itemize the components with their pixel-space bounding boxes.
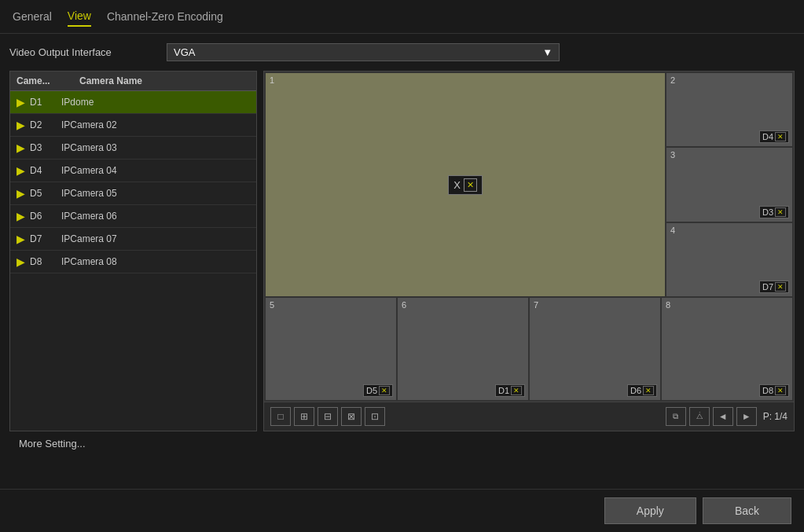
layout-single-icon: □ xyxy=(277,411,283,422)
main-cam-close[interactable]: ✕ xyxy=(464,178,477,192)
grid-container: 1 X ✕ 2 D4 ✕ xyxy=(264,72,794,402)
middle-section: Came... Camera Name ▶ D1 IPdome ▶ D2 IPC… xyxy=(9,71,795,431)
cam-close-d6[interactable]: ✕ xyxy=(643,386,654,395)
grid-cell-2[interactable]: 2 D4 ✕ xyxy=(666,73,792,146)
camera-icon-d2: ▶ xyxy=(17,119,25,131)
copy-layout-btn[interactable]: ⧉ xyxy=(666,407,686,426)
main-cam-tag[interactable]: X ✕ xyxy=(448,175,483,195)
paste-layout-btn[interactable]: ⧊ xyxy=(689,407,710,426)
cam-close-d1[interactable]: ✕ xyxy=(511,386,522,395)
chevron-down-icon: ▼ xyxy=(542,46,553,58)
camera-item-d1[interactable]: ▶ D1 IPdome xyxy=(10,91,256,114)
preview-area: 1 X ✕ 2 D4 ✕ xyxy=(263,71,795,431)
layout-8-btn[interactable]: ⊠ xyxy=(341,407,362,426)
cam-id-d2: D2 xyxy=(30,119,61,130)
cam-name-d4: IPCamera 04 xyxy=(61,165,117,176)
cam-id-d7: D7 xyxy=(30,233,61,244)
cell-number-3: 3 xyxy=(670,150,675,160)
prev-page-icon: ◄ xyxy=(718,411,728,422)
cam-tag-label-d1: D1 xyxy=(498,386,509,395)
output-value: VGA xyxy=(174,46,195,58)
camera-item-d8[interactable]: ▶ D8 IPCamera 08 xyxy=(10,251,256,273)
cam-tag-d8[interactable]: D8 ✕ xyxy=(759,384,789,397)
bottom-row: 5 D5 ✕ 6 D1 ✕ xyxy=(266,298,792,400)
cam-tag-d6[interactable]: D6 ✕ xyxy=(627,384,657,397)
cam-tag-label-d3: D3 xyxy=(762,207,773,217)
layout-4-icon: ⊞ xyxy=(300,411,308,422)
cell-number-4: 4 xyxy=(670,226,675,235)
layout-6-icon: ⊟ xyxy=(324,411,332,422)
cam-tag-d7[interactable]: D7 ✕ xyxy=(759,281,789,293)
camera-icon-d4: ▶ xyxy=(17,164,25,177)
cam-close-d8[interactable]: ✕ xyxy=(775,386,786,395)
layout-single-btn[interactable]: □ xyxy=(270,407,291,426)
cell-number-6: 6 xyxy=(402,300,406,310)
main-cam-label: X xyxy=(453,179,461,191)
grid-cell-7[interactable]: 7 D6 ✕ xyxy=(530,298,660,400)
cell-number-2: 2 xyxy=(670,75,675,85)
camera-icon-d8: ▶ xyxy=(17,255,25,268)
grid-toolbar: □ ⊞ ⊟ ⊠ ⊡ ⧉ ⧊ xyxy=(264,402,794,431)
cam-id-d4: D4 xyxy=(30,165,61,176)
prev-page-btn[interactable]: ◄ xyxy=(713,407,733,426)
grid-cell-6[interactable]: 6 D1 ✕ xyxy=(398,298,528,400)
output-select[interactable]: VGA ▼ xyxy=(167,43,560,61)
cam-close-d5[interactable]: ✕ xyxy=(379,386,390,395)
page-info: P: 1/4 xyxy=(763,411,787,422)
layout-8-icon: ⊠ xyxy=(347,411,355,422)
cam-id-d5: D5 xyxy=(30,188,61,199)
camera-item-d3[interactable]: ▶ D3 IPCamera 03 xyxy=(10,137,256,160)
grid-cell-5[interactable]: 5 D5 ✕ xyxy=(266,298,396,400)
cell-number-1: 1 xyxy=(270,75,274,85)
cam-tag-label-d6: D6 xyxy=(630,386,641,395)
cam-close-d3[interactable]: ✕ xyxy=(775,207,786,217)
cell-number-5: 5 xyxy=(270,300,274,310)
layout-9-btn[interactable]: ⊡ xyxy=(365,407,385,426)
cam-name-d7: IPCamera 07 xyxy=(61,233,117,244)
output-row: Video Output Interface VGA ▼ xyxy=(9,40,795,64)
cam-name-d6: IPCamera 06 xyxy=(61,211,117,222)
paste-layout-icon: ⧊ xyxy=(696,412,703,421)
camera-icon-d6: ▶ xyxy=(17,210,25,222)
cam-tag-label-d8: D8 xyxy=(762,386,773,395)
grid-cell-main[interactable]: 1 X ✕ xyxy=(266,73,665,296)
cam-close-d7[interactable]: ✕ xyxy=(775,282,786,292)
video-grid: 1 X ✕ 2 D4 ✕ xyxy=(264,72,794,402)
cam-tag-label-d7: D7 xyxy=(762,282,773,292)
cam-tag-d3[interactable]: D3 ✕ xyxy=(759,206,789,218)
main-content: Video Output Interface VGA ▼ Came... Cam… xyxy=(0,34,804,462)
camera-item-d6[interactable]: ▶ D6 IPCamera 06 xyxy=(10,205,256,228)
nav-general[interactable]: General xyxy=(13,7,52,26)
camera-icon-d5: ▶ xyxy=(17,187,25,200)
cam-id-d3: D3 xyxy=(30,142,61,153)
more-settings[interactable]: More Setting... xyxy=(9,431,795,456)
apply-button[interactable]: Apply xyxy=(604,497,696,524)
grid-cell-4[interactable]: 4 D7 ✕ xyxy=(666,223,792,296)
grid-cell-3[interactable]: 3 D3 ✕ xyxy=(666,148,792,221)
cam-tag-d4[interactable]: D4 ✕ xyxy=(759,130,789,143)
next-page-btn[interactable]: ► xyxy=(736,407,757,426)
cam-tag-d5[interactable]: D5 ✕ xyxy=(363,384,393,397)
nav-channel-zero[interactable]: Channel-Zero Encoding xyxy=(107,7,223,26)
nav-view[interactable]: View xyxy=(68,6,91,27)
camera-item-d2[interactable]: ▶ D2 IPCamera 02 xyxy=(10,114,256,137)
cam-tag-label-d5: D5 xyxy=(366,386,377,395)
camera-list-header: Came... Camera Name xyxy=(10,72,256,91)
cam-tag-d1[interactable]: D1 ✕ xyxy=(495,384,525,397)
camera-item-d4[interactable]: ▶ D4 IPCamera 04 xyxy=(10,160,256,182)
cam-name-d2: IPCamera 02 xyxy=(61,119,117,130)
cell-number-7: 7 xyxy=(534,300,538,310)
camera-list: Came... Camera Name ▶ D1 IPdome ▶ D2 IPC… xyxy=(9,71,257,431)
back-button[interactable]: Back xyxy=(703,497,791,524)
cam-name-d8: IPCamera 08 xyxy=(61,256,117,267)
camera-icon-d1: ▶ xyxy=(17,96,25,108)
camera-icon-d3: ▶ xyxy=(17,141,25,154)
cam-name-d1: IPdome xyxy=(61,97,94,108)
right-column: 2 D4 ✕ 3 D3 ✕ xyxy=(666,73,792,296)
grid-cell-8[interactable]: 8 D8 ✕ xyxy=(662,298,792,400)
layout-6-btn[interactable]: ⊟ xyxy=(318,407,338,426)
layout-4-btn[interactable]: ⊞ xyxy=(294,407,314,426)
cam-close-d4[interactable]: ✕ xyxy=(775,132,786,141)
camera-item-d7[interactable]: ▶ D7 IPCamera 07 xyxy=(10,228,256,251)
camera-item-d5[interactable]: ▶ D5 IPCamera 05 xyxy=(10,182,256,205)
